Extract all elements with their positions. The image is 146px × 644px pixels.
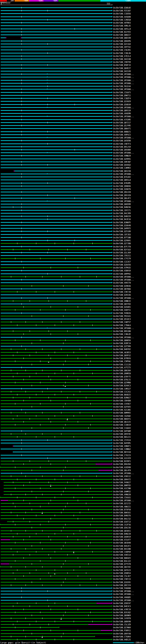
hit-label[interactable]: UniRef100_B7FJT0	[113, 246, 131, 248]
hit-label[interactable]: UniRef100_Q6L4F8	[113, 470, 131, 472]
hit-label[interactable]: UniRef100_A1CIN0	[113, 488, 131, 490]
alignment-row[interactable]: UniRef100_A1C4I9	[0, 457, 146, 460]
hit-label[interactable]: UniRef100_A7TZ75	[113, 367, 131, 369]
hit-label[interactable]: UniRef100_Q891L8	[113, 179, 131, 181]
hit-label[interactable]: UniRef100_UPI000...	[113, 82, 134, 84]
alignment-row[interactable]: UniRef100_UPI000...	[0, 151, 146, 154]
hit-label[interactable]: UniRef100_B4JE16	[113, 218, 131, 220]
alignment-bar[interactable]	[1, 361, 112, 362]
hit-label[interactable]: UniRef100_P63244	[113, 86, 131, 88]
alignment-bar[interactable]	[1, 364, 112, 365]
hit-label[interactable]: UniRef100_C7YI79	[113, 258, 131, 260]
alignment-row[interactable]: UniRef100_Q21215	[0, 502, 146, 505]
alignment-row[interactable]: UniRef100_Q5DD54	[0, 572, 146, 574]
alignment-row[interactable]: UniRef100_Q90M20	[0, 372, 146, 375]
alignment-row[interactable]: UniRef100_B4N228	[0, 532, 146, 535]
hit-label[interactable]: UniRef100_C5L3Z9	[113, 624, 131, 626]
alignment-row[interactable]: UniRef100_P93341	[0, 314, 146, 318]
hit-label[interactable]: UniRef100_B2AOC3	[113, 385, 131, 387]
alignment-row[interactable]: UniRef100_Q891S9	[0, 109, 146, 112]
hit-label[interactable]: UniRef100_A1C4I9	[113, 457, 131, 460]
alignment-row[interactable]: UniRef100_C5L3Z9	[0, 623, 146, 626]
alignment-row[interactable]: UniRef100_Q25189	[0, 230, 146, 233]
alignment-row[interactable]: UniRef100_Q51UC3	[0, 318, 146, 320]
hit-label[interactable]: UniRef100_C5YV24	[113, 439, 131, 441]
alignment-bar[interactable]	[1, 591, 112, 592]
hit-label[interactable]: UniRef100_C1G6G5	[113, 427, 131, 429]
alignment-bar[interactable]	[1, 240, 112, 241]
alignment-row[interactable]: UniRef100_Q58E69	[0, 103, 146, 106]
hit-label[interactable]: UniRef100_Q6EEB9	[113, 203, 131, 206]
alignment-bar[interactable]	[1, 560, 112, 561]
alignment-bar[interactable]	[1, 355, 112, 356]
alignment-row[interactable]: UniRef100_UPI000...	[0, 336, 146, 339]
hit-label[interactable]: UniRef100_Q86384	[113, 370, 131, 372]
alignment-bar[interactable]	[1, 125, 112, 126]
alignment-row[interactable]: UniRef100_Q25MB0	[0, 381, 146, 384]
alignment-row[interactable]: UniRef100_Q69FG2	[0, 354, 146, 357]
alignment-bar[interactable]	[1, 10, 112, 11]
alignment-bar[interactable]	[1, 276, 112, 277]
alignment-row[interactable]: UniRef100_Q6S150	[0, 170, 146, 172]
hit-label[interactable]: UniRef100_A7E2L4	[113, 55, 131, 57]
alignment-row[interactable]: UniRef100_B2CNY1	[0, 460, 146, 462]
alignment-row[interactable]: UniRef100_B4L5R9	[0, 212, 146, 215]
hit-label[interactable]: UniRef100_C11126	[113, 364, 131, 366]
hit-label[interactable]: UniRef100_B4KU76	[113, 515, 131, 517]
alignment-row[interactable]: UniRef100_Q8L4F2	[0, 197, 146, 200]
alignment-row[interactable]: UniRef100_P49027	[0, 481, 146, 484]
hit-label[interactable]: UniRef100_B8BQ72	[113, 131, 131, 133]
hit-label[interactable]: UniRef100_P25387	[113, 10, 131, 12]
hit-label[interactable]: UniRef100_Q25189	[113, 230, 131, 232]
alignment-row[interactable]: UniRef100_C5FDE7	[0, 402, 146, 405]
hit-label[interactable]: UniRef100_Q58E69	[113, 104, 131, 106]
hit-label[interactable]: UniRef100_C5E2R1	[113, 49, 131, 51]
hit-label[interactable]: UniRef100_B4KG59	[113, 216, 131, 218]
alignment-bar[interactable]	[1, 7, 112, 8]
hit-label[interactable]: UniRef100_A9NU20	[113, 494, 131, 496]
hit-label[interactable]: UniRef100_C1C2G1	[113, 391, 131, 393]
alignment-row[interactable]: UniRef100_A4QY51	[0, 308, 146, 312]
alignment-bar[interactable]	[1, 207, 112, 208]
alignment-bar[interactable]	[1, 582, 112, 582]
alignment-row[interactable]: UniRef100_Q9H0V6	[0, 184, 146, 188]
hit-label[interactable]: UniRef100_O26076	[113, 188, 131, 190]
hit-label[interactable]: UniRef100_Q891S9	[113, 110, 131, 112]
alignment-bar[interactable]	[1, 83, 112, 84]
hit-label[interactable]: UniRef100_A9UQB5	[113, 596, 131, 598]
alignment-bar[interactable]	[1, 213, 112, 214]
alignment-row[interactable]: UniRef100_UPI000...	[0, 115, 146, 118]
hit-label[interactable]: UniRef100_B4FKM1	[113, 442, 131, 444]
alignment-row[interactable]: UniRef100_B6KGE5	[0, 556, 146, 560]
alignment-row[interactable]: UniRef100_UPI000...	[0, 599, 146, 602]
alignment-bar[interactable]	[1, 255, 112, 256]
alignment-row[interactable]: UniRef100_B7SP58	[0, 508, 146, 511]
alignment-row[interactable]: UniRef100_C7GUK4	[0, 635, 146, 638]
alignment-bar[interactable]	[1, 443, 112, 444]
hit-label[interactable]: UniRef100_Q6D1V0	[113, 37, 131, 39]
alignment-bar[interactable]	[1, 44, 112, 44]
alignment-row[interactable]: UniRef100_A9NXF1	[0, 444, 146, 448]
alignment-bar[interactable]	[1, 249, 112, 250]
alignment-bar[interactable]	[1, 104, 112, 105]
alignment-row[interactable]: UniRef100_UPI000...	[0, 327, 146, 330]
alignment-bar[interactable]	[1, 424, 112, 425]
alignment-bar[interactable]	[1, 116, 112, 117]
alignment-row[interactable]: UniRef100_A8WJ21	[0, 505, 146, 508]
alignment-row[interactable]: UniRef100_Q9V472	[0, 478, 146, 481]
alignment-bar[interactable]	[1, 280, 112, 280]
alignment-bar[interactable]	[1, 340, 112, 340]
alignment-row[interactable]: UniRef100_Q2F8X5	[0, 405, 146, 408]
alignment-row[interactable]: UniRef100_Q76L51	[0, 378, 146, 381]
alignment-row[interactable]: UniRef100_Q6EEB9	[0, 203, 146, 206]
hit-label[interactable]: UniRef100_Q25MB0	[113, 382, 131, 384]
alignment-row[interactable]: UniRef100_B6Y410	[0, 450, 146, 454]
hit-label[interactable]: UniRef100_A9XEM9	[113, 113, 131, 115]
hit-label[interactable]: UniRef100_A5K514	[113, 554, 131, 556]
hit-label[interactable]: UniRef100_P49026	[113, 312, 131, 314]
alignment-bar[interactable]	[1, 503, 112, 504]
alignment-bar[interactable]	[1, 286, 112, 286]
alignment-row[interactable]: UniRef100_Q70Y75	[0, 375, 146, 378]
hit-label[interactable]: UniRef100_B3L122	[113, 560, 131, 562]
alignment-bar[interactable]	[1, 110, 112, 111]
